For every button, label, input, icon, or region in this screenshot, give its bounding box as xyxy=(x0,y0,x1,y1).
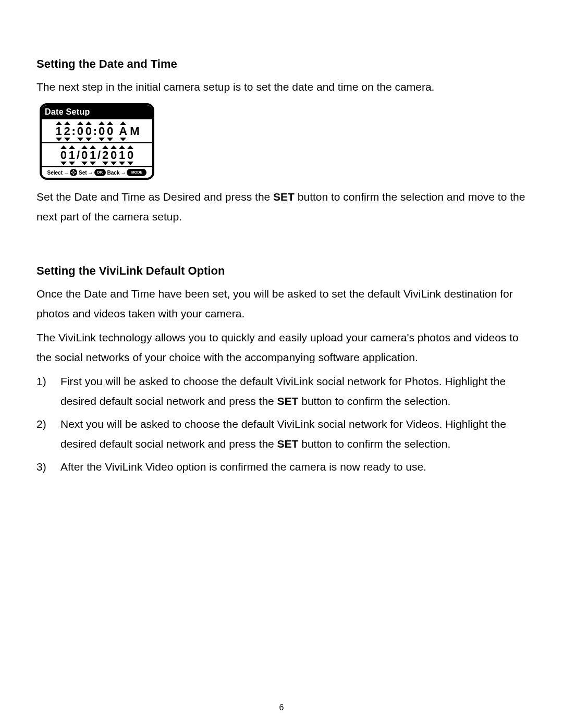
list-number: 3) xyxy=(36,457,60,477)
ok-pill-icon: OK xyxy=(94,169,106,176)
list-text: After the ViviLink Video option is confi… xyxy=(60,457,527,477)
chevron-down-icon xyxy=(90,162,96,165)
date-digit-stepper[interactable]: 1 xyxy=(89,145,96,165)
chevron-down-icon xyxy=(111,162,117,165)
set-button-mention: SET xyxy=(277,395,299,407)
lcd-date-row: 0 1 / 0 1 xyxy=(42,142,152,166)
list-text: First you will be asked to choose the de… xyxy=(60,372,527,411)
time-digit-stepper[interactable]: 0 xyxy=(85,121,92,141)
vivilink-paragraph-2: The ViviLink technology allows you to qu… xyxy=(36,328,527,367)
time-separator: : xyxy=(72,126,76,137)
document-page: Setting the Date and Time The next step … xyxy=(0,0,563,728)
section-title-date-time: Setting the Date and Time xyxy=(36,57,527,71)
chevron-down-icon xyxy=(64,138,70,141)
footer-set: Set → OK xyxy=(79,169,106,176)
date-digit-stepper[interactable]: 0 xyxy=(127,145,134,165)
date-separator: / xyxy=(97,150,101,161)
footer-select: Select → xyxy=(47,169,77,176)
list-number: 2) xyxy=(36,414,60,454)
lcd-frame: Date Setup 1 2 : xyxy=(40,103,154,180)
vivilink-paragraph-1: Once the Date and Time have been set, yo… xyxy=(36,284,527,324)
chevron-down-icon xyxy=(81,162,88,165)
page-number: 6 xyxy=(0,703,563,712)
chevron-down-icon xyxy=(119,162,125,165)
date-digit-stepper[interactable]: 0 xyxy=(60,145,67,165)
set-button-mention: SET xyxy=(277,438,299,450)
chevron-down-icon xyxy=(77,138,83,141)
dpad-icon xyxy=(70,169,77,176)
date-digit-stepper[interactable]: 0 xyxy=(110,145,117,165)
vivilink-steps-list: 1) First you will be asked to choose the… xyxy=(36,372,527,477)
text-run: Set the Date and Time as Desired and pre… xyxy=(36,191,273,203)
time-separator: : xyxy=(93,126,97,137)
time-digit-stepper[interactable]: 2 xyxy=(64,121,71,141)
lcd-title: Date Setup xyxy=(42,105,152,119)
lcd-footer: Select → Set → OK Back → MODE xyxy=(42,166,152,178)
chevron-down-icon xyxy=(107,138,113,141)
chevron-down-icon xyxy=(56,138,62,141)
space xyxy=(115,126,118,137)
date-digit-stepper[interactable]: 1 xyxy=(68,145,76,165)
date-separator: / xyxy=(77,150,80,161)
chevron-down-icon xyxy=(85,138,92,141)
time-digit-stepper[interactable]: 1 xyxy=(55,121,63,141)
list-number: 1) xyxy=(36,372,60,411)
footer-select-label: Select xyxy=(47,170,63,176)
set-button-mention: SET xyxy=(273,191,295,203)
time-digit-stepper[interactable]: 0 xyxy=(98,121,105,141)
arrow-right-icon: → xyxy=(64,170,69,176)
ampm-m: M xyxy=(130,125,139,138)
chevron-down-icon xyxy=(60,162,67,165)
footer-back: Back → MODE xyxy=(107,169,147,176)
chevron-down-icon xyxy=(69,162,75,165)
list-item: 2) Next you will be asked to choose the … xyxy=(36,414,527,454)
time-digit-stepper[interactable]: 0 xyxy=(106,121,114,141)
text-run: button to confirm the selection. xyxy=(298,395,450,407)
date-digit-stepper[interactable]: 2 xyxy=(102,145,109,165)
date-setup-figure: Date Setup 1 2 : xyxy=(40,103,527,180)
text-run: After the ViviLink Video option is confi… xyxy=(60,461,426,473)
arrow-right-icon: → xyxy=(120,170,126,176)
chevron-down-icon xyxy=(127,162,133,165)
list-text: Next you will be asked to choose the def… xyxy=(60,414,527,454)
date-digit-stepper[interactable]: 0 xyxy=(81,145,88,165)
footer-set-label: Set xyxy=(79,170,87,176)
lcd-time-row: 1 2 : 0 0 xyxy=(42,119,152,142)
arrow-right-icon: → xyxy=(88,170,93,176)
after-figure-paragraph: Set the Date and Time as Desired and pre… xyxy=(36,187,527,227)
date-digit-stepper[interactable]: 1 xyxy=(118,145,126,165)
text-run: button to confirm the selection. xyxy=(298,438,450,450)
ampm-stepper[interactable]: A xyxy=(119,121,127,141)
footer-back-label: Back xyxy=(107,170,120,176)
chevron-down-icon xyxy=(99,138,105,141)
section-title-vivilink: Setting the ViviLink Default Option xyxy=(36,264,527,278)
mode-pill-icon: MODE xyxy=(127,169,146,176)
time-digit-stepper[interactable]: 0 xyxy=(77,121,84,141)
chevron-down-icon xyxy=(102,162,108,165)
list-item: 1) First you will be asked to choose the… xyxy=(36,372,527,411)
intro-paragraph: The next step in the initial camera setu… xyxy=(36,77,527,97)
list-item: 3) After the ViviLink Video option is co… xyxy=(36,457,527,477)
chevron-down-icon xyxy=(120,138,126,141)
